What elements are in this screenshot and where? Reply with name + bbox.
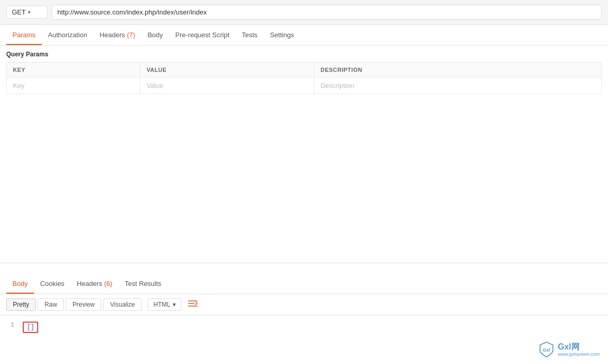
method-chevron: ▾	[28, 9, 31, 15]
watermark-brand: Gxl网	[558, 342, 600, 352]
query-params-title: Query Params	[6, 51, 602, 58]
bottom-tabs: Body Cookies Headers (6) Test Results	[0, 274, 608, 294]
col-value: VALUE	[140, 63, 314, 78]
tab-response-body[interactable]: Body	[6, 275, 34, 294]
tab-prerequest[interactable]: Pre-request Script	[169, 26, 236, 45]
value-cell[interactable]: Value	[140, 78, 314, 94]
headers-badge: (7)	[127, 31, 135, 39]
tab-test-results[interactable]: Test Results	[118, 275, 168, 294]
top-tabs: Params Authorization Headers (7) Body Pr…	[0, 25, 608, 46]
format-select[interactable]: HTML ▾	[148, 298, 181, 311]
code-area: 1 []	[0, 315, 608, 339]
format-label: HTML	[154, 301, 171, 308]
query-params-section: Query Params KEY VALUE DESCRIPTION Key V…	[0, 46, 608, 94]
svg-text:Gxl: Gxl	[543, 347, 550, 353]
watermark-text: Gxl网 www.gxlsystem.com	[558, 342, 600, 357]
view-preview[interactable]: Preview	[66, 298, 101, 311]
view-visualize[interactable]: Visualize	[103, 298, 142, 311]
url-bar: GET ▾	[0, 0, 608, 25]
tab-body[interactable]: Body	[141, 26, 169, 45]
table-header-row: KEY VALUE DESCRIPTION	[7, 63, 602, 78]
url-input[interactable]	[52, 5, 602, 20]
tab-settings[interactable]: Settings	[264, 26, 300, 45]
watermark-url: www.gxlsystem.com	[558, 352, 600, 357]
table-row[interactable]: Key Value Description	[7, 78, 602, 94]
method-label: GET	[12, 8, 26, 16]
watermark-shield-icon: Gxl	[538, 341, 555, 358]
col-description: DESCRIPTION	[314, 63, 601, 78]
params-table: KEY VALUE DESCRIPTION Key Value Descript…	[6, 62, 602, 94]
request-area: Query Params KEY VALUE DESCRIPTION Key V…	[0, 46, 608, 263]
highlighted-code: []	[23, 322, 38, 333]
view-pretty[interactable]: Pretty	[6, 298, 36, 311]
col-key: KEY	[7, 63, 140, 78]
method-select[interactable]: GET ▾	[6, 6, 48, 19]
tab-cookies[interactable]: Cookies	[34, 275, 71, 294]
code-line: 1 []	[6, 322, 602, 333]
response-toolbar: Pretty Raw Preview Visualize HTML ▾	[0, 294, 608, 315]
line-number: 1	[6, 322, 14, 329]
view-raw[interactable]: Raw	[38, 298, 64, 311]
key-cell[interactable]: Key	[7, 78, 140, 94]
description-cell[interactable]: Description	[314, 78, 601, 94]
tab-tests[interactable]: Tests	[236, 26, 264, 45]
response-area: Body Cookies Headers (6) Test Results Pr…	[0, 263, 608, 339]
wrap-icon[interactable]	[188, 299, 198, 310]
format-chevron: ▾	[173, 301, 176, 308]
code-content: []	[23, 322, 38, 333]
tab-authorization[interactable]: Authorization	[42, 26, 94, 45]
response-headers-badge: (6)	[104, 280, 112, 287]
tab-response-headers[interactable]: Headers (6)	[71, 275, 119, 294]
tab-params[interactable]: Params	[6, 26, 42, 45]
tab-headers[interactable]: Headers (7)	[94, 26, 142, 45]
watermark: Gxl Gxl网 www.gxlsystem.com	[538, 341, 600, 358]
